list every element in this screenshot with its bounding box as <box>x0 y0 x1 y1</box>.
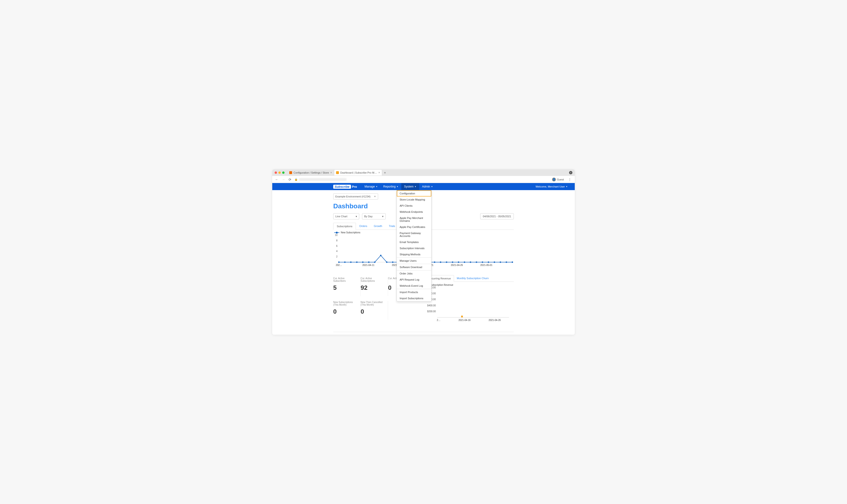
address-bar[interactable]: 🔒 <box>295 177 549 182</box>
dropdown-item-store-locale-mapping[interactable]: Store-Locale Mapping <box>397 197 431 203</box>
browser-toolbar: ← → ⟳ 🔒 👤 Guest ⋮ <box>272 176 575 183</box>
environment-selector[interactable]: Example Environment (#1234) ▼ <box>333 194 378 200</box>
svg-point-21 <box>392 262 393 263</box>
menu-button[interactable]: ⋮ <box>567 178 572 181</box>
dropdown-item-email-templates[interactable]: Email Templates <box>397 239 431 245</box>
window-minimize-icon[interactable] <box>278 172 281 174</box>
svg-point-40 <box>506 262 507 263</box>
dropdown-item-api-clients[interactable]: API Clients <box>397 203 431 209</box>
date-range-picker[interactable]: 04/06/2021 - 05/05/2021 <box>480 213 514 219</box>
dropdown-item-apple-pay-merchant-domains[interactable]: Apple Pay Merchant Domains <box>397 215 431 224</box>
dropdown-item-import-products[interactable]: Import Products <box>397 289 431 295</box>
dropdown-item-manage-users[interactable]: Manage Users <box>397 258 431 264</box>
svg-point-32 <box>458 262 459 263</box>
stat-cur-active-subscriptions: Cur. Active Subscriptions92 <box>360 277 388 296</box>
svg-text:$200.00: $200.00 <box>427 310 436 313</box>
dropdown-item-configuration[interactable]: Configuration <box>397 190 431 197</box>
svg-text:2021-04-11: 2021-04-11 <box>362 264 375 266</box>
reload-button[interactable]: ⟳ <box>288 178 292 181</box>
back-button[interactable]: ← <box>275 178 279 181</box>
svg-point-18 <box>374 262 375 263</box>
forward-button[interactable]: → <box>281 178 285 181</box>
svg-text:$400.00: $400.00 <box>427 304 436 307</box>
svg-point-13 <box>344 262 346 263</box>
close-all-icon[interactable]: × <box>569 171 572 174</box>
svg-point-20 <box>386 262 387 263</box>
window-close-icon[interactable] <box>275 172 277 174</box>
tab-orders[interactable]: Orders <box>356 223 371 230</box>
svg-point-28 <box>434 262 435 263</box>
dropdown-item-api-request-log[interactable]: API Request Log <box>397 276 431 283</box>
dropdown-item-software-download[interactable]: Software Download <box>397 264 431 270</box>
chevron-down-icon: ▼ <box>414 186 417 188</box>
nav-reporting[interactable]: Reporting▼ <box>381 183 401 190</box>
revenue-chart: Subscription Revenue $200.00$400.00$600.… <box>425 282 514 322</box>
main-nav: Manage▼ Reporting▼ System▼ Admin▼ <box>362 183 436 190</box>
chevron-down-icon: ▼ <box>396 186 399 188</box>
svg-text:2021-04-26: 2021-04-26 <box>489 319 501 321</box>
svg-text:2…: 2… <box>437 319 441 321</box>
welcome-user[interactable]: Welcome, Merchant User ▼ <box>535 185 568 188</box>
dropdown-item-shipping-methods[interactable]: Shipping Methods <box>397 251 431 257</box>
chevron-down-icon: ▼ <box>376 186 378 188</box>
url-blurred <box>299 178 347 181</box>
chevron-down-icon: ▼ <box>431 186 433 188</box>
dropdown-item-webhook-event-log[interactable]: Webhook Event Log <box>397 283 431 289</box>
chevron-down-icon: ▼ <box>374 195 376 198</box>
stat-new-then-cancelled-this-month-: New Then Cancelled (This Month)0 <box>360 301 388 320</box>
browser-tab-2[interactable]: Dashboard | Subscribe Pro M… × <box>334 170 382 176</box>
close-icon[interactable]: × <box>378 171 380 174</box>
svg-text:2021-04-16: 2021-04-16 <box>458 319 471 321</box>
svg-point-35 <box>476 262 477 263</box>
dropdown-item-apple-pay-certificates[interactable]: Apple Pay Certificates <box>397 224 431 230</box>
logo-suffix: Pro <box>352 185 357 188</box>
window-maximize-icon[interactable] <box>282 172 284 174</box>
profile-button[interactable]: 👤 Guest <box>551 177 565 182</box>
system-dropdown: ConfigurationStore-Locale MappingAPI Cli… <box>396 190 431 302</box>
revenue-legend: Subscription Revenue <box>425 284 514 286</box>
tab-title: Dashboard | Subscribe Pro M… <box>340 171 377 174</box>
profile-label: Guest <box>557 178 564 181</box>
svg-rect-51 <box>461 316 463 318</box>
nav-manage[interactable]: Manage▼ <box>362 183 381 190</box>
chart-type-select[interactable]: Line Chart▾ <box>333 213 359 219</box>
svg-point-33 <box>464 262 465 263</box>
env-label: Example Environment (#1234) <box>335 195 371 198</box>
svg-text:2: 2 <box>336 255 337 258</box>
dropdown-item-payment-gateway-accounts[interactable]: Payment Gateway Accounts <box>397 230 431 239</box>
dropdown-item-webhook-endpoints[interactable]: Webhook Endpoints <box>397 209 431 215</box>
favicon-icon <box>336 171 339 174</box>
svg-point-39 <box>499 262 501 263</box>
page-viewport: Subscribe Pro Manage▼ Reporting▼ System▼… <box>272 183 575 335</box>
svg-text:10: 10 <box>335 234 338 236</box>
app-header: Subscribe Pro Manage▼ Reporting▼ System▼… <box>272 183 575 190</box>
tab-subscriptions[interactable]: Subscriptions <box>333 223 356 230</box>
new-tab-button[interactable]: + <box>382 170 388 176</box>
svg-point-34 <box>470 262 471 263</box>
favicon-icon <box>289 171 292 174</box>
revtab-monthly-subscription-churn[interactable]: Monthly Subscription Churn <box>454 275 492 282</box>
svg-point-30 <box>446 262 447 263</box>
close-icon[interactable]: × <box>330 171 332 174</box>
dropdown-item-order-jobs[interactable]: Order Jobs <box>397 270 431 276</box>
tab-growth[interactable]: Growth <box>371 223 386 230</box>
nav-system[interactable]: System▼ <box>401 183 419 190</box>
traffic-lights <box>275 172 284 174</box>
tab-title: Configuration / Settings / Store <box>294 171 329 174</box>
stat-new-subscriptions-this-month-: New Subscriptions (This Month)0 <box>333 301 360 320</box>
svg-point-36 <box>482 262 483 263</box>
browser-tab-1[interactable]: Configuration / Settings / Store × <box>287 170 334 176</box>
svg-point-41 <box>512 262 513 263</box>
browser-window: Configuration / Settings / Store × Dashb… <box>272 169 575 335</box>
interval-select[interactable]: By Day▾ <box>362 213 386 219</box>
nav-admin[interactable]: Admin▼ <box>419 183 436 190</box>
dropdown-item-subscription-intervals[interactable]: Subscription Intervals <box>397 245 431 251</box>
svg-point-14 <box>350 262 352 263</box>
stat-cur-active-subscribers: Cur. Active Subscribers5 <box>333 277 360 296</box>
dropdown-item-import-subscriptions[interactable]: Import Subscriptions <box>397 295 431 301</box>
svg-point-29 <box>440 262 441 263</box>
svg-text:4: 4 <box>336 250 337 252</box>
lock-icon: 🔒 <box>295 178 298 181</box>
svg-text:2021-04-26: 2021-04-26 <box>451 264 463 266</box>
svg-point-38 <box>494 262 495 263</box>
